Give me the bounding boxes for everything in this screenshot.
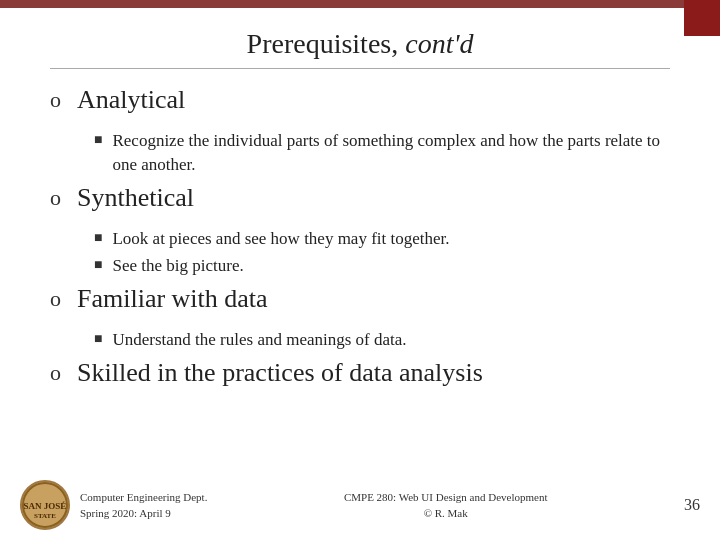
svg-text:STATE: STATE xyxy=(34,512,56,520)
sub-item-analytical-1: ■ Recognize the individual parts of some… xyxy=(94,129,670,177)
slide-title: Prerequisites, cont'd xyxy=(50,28,670,69)
footer-dept-info: Computer Engineering Dept. Spring 2020: … xyxy=(80,489,207,522)
sub-text-synthetical-2: See the big picture. xyxy=(112,254,243,278)
red-square-decoration xyxy=(684,0,720,36)
footer-instructor: © R. Mak xyxy=(207,505,684,522)
sub-bullet-f1: ■ xyxy=(94,331,102,347)
footer-page-number: 36 xyxy=(684,496,700,514)
sub-item-familiar-1: ■ Understand the rules and meanings of d… xyxy=(94,328,670,352)
sub-bullet-s1: ■ xyxy=(94,230,102,246)
main-label-skilled: Skilled in the practices of data analysi… xyxy=(77,358,483,388)
main-item-synthetical: o Synthetical xyxy=(50,183,670,213)
main-label-synthetical: Synthetical xyxy=(77,183,194,213)
title-italic: cont'd xyxy=(405,28,473,59)
slide-content: o Analytical ■ Recognize the individual … xyxy=(50,85,670,388)
sub-bullet-a1: ■ xyxy=(94,132,102,148)
sub-item-synthetical-2: ■ See the big picture. xyxy=(94,254,670,278)
footer-date: Spring 2020: April 9 xyxy=(80,505,207,522)
footer-course: CMPE 280: Web UI Design and Development xyxy=(207,489,684,506)
main-label-analytical: Analytical xyxy=(77,85,185,115)
top-bar xyxy=(0,0,720,8)
main-item-skilled: o Skilled in the practices of data analy… xyxy=(50,358,670,388)
footer-dept: Computer Engineering Dept. xyxy=(80,489,207,506)
main-item-familiar: o Familiar with data xyxy=(50,284,670,314)
footer-course-info: CMPE 280: Web UI Design and Development … xyxy=(207,489,684,522)
bullet-o-3: o xyxy=(50,286,61,312)
sub-items-familiar: ■ Understand the rules and meanings of d… xyxy=(94,328,670,352)
sub-text-synthetical-1: Look at pieces and see how they may fit … xyxy=(112,227,449,251)
bullet-o-2: o xyxy=(50,185,61,211)
svg-text:SAN JOSÉ: SAN JOSÉ xyxy=(24,501,67,511)
sub-items-analytical: ■ Recognize the individual parts of some… xyxy=(94,129,670,177)
sub-item-synthetical-1: ■ Look at pieces and see how they may fi… xyxy=(94,227,670,251)
sjsu-logo: SAN JOSÉ STATE xyxy=(20,480,70,530)
title-text: Prerequisites, xyxy=(247,28,406,59)
footer-logo: SAN JOSÉ STATE xyxy=(20,480,70,530)
bullet-o-4: o xyxy=(50,360,61,386)
slide-container: Prerequisites, cont'd o Analytical ■ Rec… xyxy=(0,8,720,412)
main-item-analytical: o Analytical xyxy=(50,85,670,115)
sub-text-familiar-1: Understand the rules and meanings of dat… xyxy=(112,328,406,352)
bullet-o-1: o xyxy=(50,87,61,113)
sub-bullet-s2: ■ xyxy=(94,257,102,273)
main-label-familiar: Familiar with data xyxy=(77,284,268,314)
sub-items-synthetical: ■ Look at pieces and see how they may fi… xyxy=(94,227,670,279)
footer: SAN JOSÉ STATE Computer Engineering Dept… xyxy=(0,480,720,530)
sub-text-analytical-1: Recognize the individual parts of someth… xyxy=(112,129,670,177)
